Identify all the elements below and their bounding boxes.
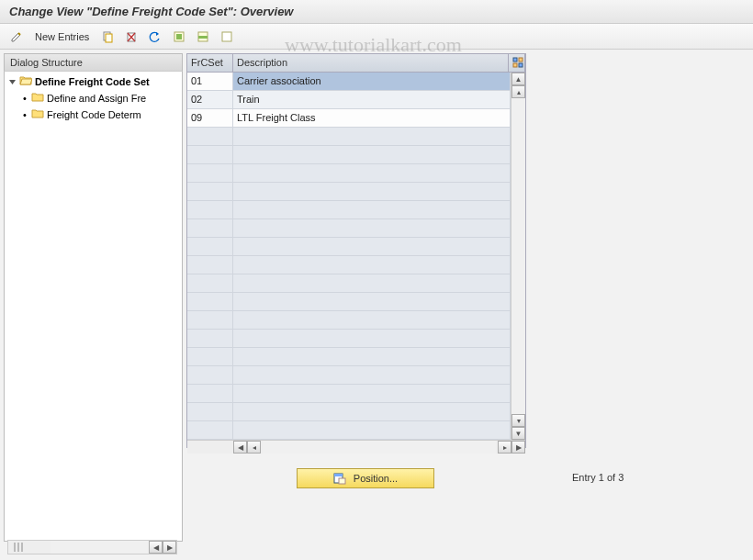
new-entries-button[interactable]: New Entries <box>31 31 93 42</box>
table-row-empty[interactable] <box>187 311 511 330</box>
cell-description[interactable] <box>233 146 511 163</box>
cell-description[interactable] <box>233 348 511 365</box>
toggle-edit-icon[interactable] <box>7 28 26 46</box>
cell-description[interactable] <box>233 128 511 145</box>
table-row-empty[interactable] <box>187 403 511 421</box>
svg-rect-10 <box>513 63 517 67</box>
cell-description[interactable] <box>233 238 511 255</box>
scroll-up-step-icon[interactable]: ▴ <box>511 85 525 98</box>
position-icon <box>333 472 348 485</box>
scroll-track[interactable] <box>511 98 525 414</box>
cell-description[interactable] <box>233 183 511 200</box>
svg-rect-9 <box>519 58 523 62</box>
cell-description[interactable] <box>233 366 511 384</box>
cell-description[interactable]: Carrier association <box>233 73 511 90</box>
cell-description[interactable] <box>233 219 511 237</box>
scroll-right-icon[interactable]: ▶ <box>163 541 176 554</box>
tree-node-define-freight-code-set[interactable]: Define Freight Code Set <box>6 73 180 90</box>
column-header-frcset[interactable]: FrCSet <box>187 54 233 72</box>
scroll-down-step-icon[interactable]: ▾ <box>511 414 525 427</box>
scroll-track[interactable] <box>51 541 149 554</box>
cell-frcset[interactable] <box>187 201 233 218</box>
cell-description[interactable] <box>233 311 511 329</box>
select-block-icon[interactable] <box>194 28 212 46</box>
scroll-left-icon[interactable]: ◀ <box>149 541 163 554</box>
cell-frcset[interactable] <box>187 219 233 237</box>
column-header-description[interactable]: Description <box>233 54 509 72</box>
cell-frcset[interactable] <box>187 274 233 292</box>
table-row-empty[interactable] <box>187 146 511 164</box>
cell-description[interactable] <box>233 293 511 310</box>
table-row[interactable]: 09LTL Freight Class <box>187 109 511 128</box>
cell-frcset[interactable] <box>187 385 233 402</box>
tree-node-define-and-assign[interactable]: • Define and Assign Fre <box>6 90 180 106</box>
cell-frcset[interactable] <box>187 366 233 384</box>
undo-icon[interactable] <box>146 28 164 46</box>
cell-description[interactable] <box>233 385 511 402</box>
position-button[interactable]: Position... <box>297 468 434 488</box>
table-row-empty[interactable] <box>187 238 511 256</box>
tree-node-label: Freight Code Determ <box>47 109 141 120</box>
cell-frcset[interactable] <box>187 348 233 365</box>
cell-description[interactable]: LTL Freight Class <box>233 109 511 127</box>
deselect-all-icon[interactable] <box>218 28 236 46</box>
cell-frcset[interactable] <box>187 238 233 255</box>
cell-frcset[interactable] <box>187 403 233 420</box>
cell-frcset[interactable]: 01 <box>187 73 233 90</box>
cell-description[interactable]: Train <box>233 91 511 108</box>
table-row-empty[interactable] <box>187 256 511 274</box>
cell-description[interactable] <box>233 403 511 420</box>
cell-frcset[interactable] <box>187 421 233 439</box>
cell-frcset[interactable]: 09 <box>187 109 233 127</box>
scroll-track[interactable] <box>263 441 496 454</box>
table-row-empty[interactable] <box>187 201 511 219</box>
scroll-left-icon[interactable]: ◀ <box>233 441 247 454</box>
grid-header: FrCSet Description <box>187 54 525 73</box>
delete-icon[interactable] <box>122 28 140 46</box>
table-row[interactable]: 01Carrier association <box>187 73 511 91</box>
cell-frcset[interactable] <box>187 293 233 310</box>
select-all-icon[interactable] <box>170 28 188 46</box>
tree-collapse-icon[interactable] <box>8 78 17 86</box>
svg-rect-1 <box>106 34 112 42</box>
scroll-left-step-icon[interactable]: ◂ <box>247 441 261 454</box>
scroll-right-step-icon[interactable]: ▸ <box>498 441 511 454</box>
cell-description[interactable] <box>233 201 511 218</box>
cell-frcset[interactable]: 02 <box>187 91 233 108</box>
cell-description[interactable] <box>233 164 511 182</box>
grid-config-icon[interactable] <box>509 54 525 72</box>
scroll-down-icon[interactable]: ▼ <box>511 427 525 440</box>
table-row-empty[interactable] <box>187 219 511 238</box>
table-row-empty[interactable] <box>187 293 511 311</box>
table-row-empty[interactable] <box>187 330 511 348</box>
left-panel-hscroll[interactable]: ◀ ▶ <box>7 540 177 554</box>
cell-frcset[interactable] <box>187 128 233 145</box>
cell-description[interactable] <box>233 256 511 274</box>
cell-frcset[interactable] <box>187 146 233 163</box>
scroll-right-icon[interactable]: ▶ <box>511 441 525 454</box>
copy-as-icon[interactable] <box>98 28 117 46</box>
folder-open-icon <box>19 75 32 88</box>
cell-description[interactable] <box>233 274 511 292</box>
scroll-up-icon[interactable]: ▲ <box>511 73 525 85</box>
cell-description[interactable] <box>233 421 511 439</box>
toolbar: New Entries <box>0 24 753 50</box>
table-row-empty[interactable] <box>187 385 511 403</box>
table-row[interactable]: 02Train <box>187 91 511 109</box>
tree-node-freight-code-determ[interactable]: • Freight Code Determ <box>6 106 180 123</box>
cell-frcset[interactable] <box>187 164 233 182</box>
cell-frcset[interactable] <box>187 330 233 347</box>
table-row-empty[interactable] <box>187 274 511 293</box>
cell-frcset[interactable] <box>187 183 233 200</box>
table-row-empty[interactable] <box>187 164 511 183</box>
grid-horizontal-scrollbar[interactable]: ◀ ◂ ▸ ▶ <box>187 440 525 454</box>
table-row-empty[interactable] <box>187 421 511 440</box>
cell-description[interactable] <box>233 330 511 347</box>
grid-vertical-scrollbar[interactable]: ▲ ▴ ▾ ▼ <box>511 73 525 440</box>
table-row-empty[interactable] <box>187 348 511 366</box>
table-row-empty[interactable] <box>187 128 511 146</box>
table-row-empty[interactable] <box>187 366 511 385</box>
cell-frcset[interactable] <box>187 256 233 274</box>
cell-frcset[interactable] <box>187 311 233 329</box>
table-row-empty[interactable] <box>187 183 511 201</box>
